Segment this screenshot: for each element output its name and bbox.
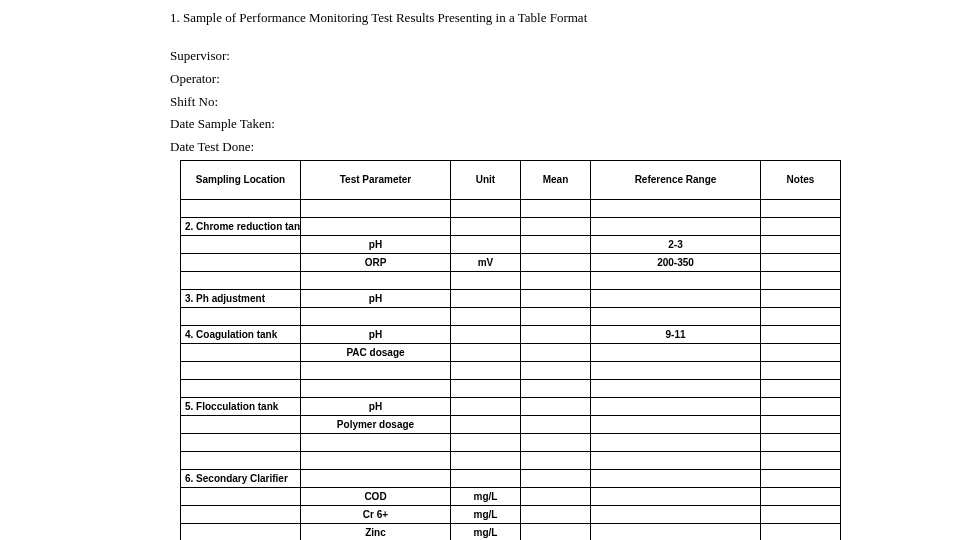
cell-loc xyxy=(181,487,301,505)
cell-param xyxy=(301,307,451,325)
table-row xyxy=(181,271,841,289)
cell-ref xyxy=(591,397,761,415)
cell-param: Zinc xyxy=(301,523,451,540)
col-reference-range: Reference Range xyxy=(591,160,761,199)
table-row: 6. Secondary Clarifier xyxy=(181,469,841,487)
cell-notes xyxy=(761,199,841,217)
table-row: Zincmg/L xyxy=(181,523,841,540)
table-row: 2. Chrome reduction tank xyxy=(181,217,841,235)
col-notes: Notes xyxy=(761,160,841,199)
cell-mean xyxy=(521,433,591,451)
cell-mean xyxy=(521,199,591,217)
cell-notes xyxy=(761,217,841,235)
cell-mean xyxy=(521,451,591,469)
results-table: Sampling Location Test Parameter Unit Me… xyxy=(180,160,841,540)
cell-ref xyxy=(591,379,761,397)
cell-loc xyxy=(181,235,301,253)
meta-supervisor: Supervisor: xyxy=(170,46,960,67)
cell-mean xyxy=(521,253,591,271)
cell-unit xyxy=(451,397,521,415)
table-row xyxy=(181,379,841,397)
cell-mean xyxy=(521,505,591,523)
cell-param: pH xyxy=(301,325,451,343)
meta-operator: Operator: xyxy=(170,69,960,90)
cell-ref xyxy=(591,469,761,487)
table-header-row: Sampling Location Test Parameter Unit Me… xyxy=(181,160,841,199)
cell-notes xyxy=(761,469,841,487)
cell-mean xyxy=(521,271,591,289)
cell-unit xyxy=(451,415,521,433)
cell-loc xyxy=(181,505,301,523)
cell-mean xyxy=(521,217,591,235)
table-body: 2. Chrome reduction tankpH2-3ORPmV200-35… xyxy=(181,199,841,540)
cell-notes xyxy=(761,325,841,343)
cell-mean xyxy=(521,235,591,253)
cell-ref xyxy=(591,505,761,523)
cell-loc: 5. Flocculation tank xyxy=(181,397,301,415)
cell-loc xyxy=(181,307,301,325)
cell-notes xyxy=(761,235,841,253)
cell-notes xyxy=(761,343,841,361)
cell-notes xyxy=(761,379,841,397)
cell-loc xyxy=(181,451,301,469)
cell-mean xyxy=(521,415,591,433)
cell-param: COD xyxy=(301,487,451,505)
cell-ref xyxy=(591,271,761,289)
cell-unit xyxy=(451,199,521,217)
cell-ref xyxy=(591,289,761,307)
table-row xyxy=(181,451,841,469)
cell-unit: mg/L xyxy=(451,523,521,540)
cell-loc: 6. Secondary Clarifier xyxy=(181,469,301,487)
cell-loc xyxy=(181,253,301,271)
cell-param: pH xyxy=(301,397,451,415)
cell-param xyxy=(301,217,451,235)
cell-ref xyxy=(591,433,761,451)
cell-mean xyxy=(521,307,591,325)
cell-param xyxy=(301,361,451,379)
col-mean: Mean xyxy=(521,160,591,199)
cell-mean xyxy=(521,523,591,540)
cell-unit xyxy=(451,379,521,397)
cell-ref: 200-350 xyxy=(591,253,761,271)
cell-unit xyxy=(451,469,521,487)
cell-unit xyxy=(451,289,521,307)
cell-param: pH xyxy=(301,235,451,253)
table-row: Cr 6+mg/L xyxy=(181,505,841,523)
cell-ref xyxy=(591,217,761,235)
cell-notes xyxy=(761,397,841,415)
cell-mean xyxy=(521,361,591,379)
table-row: ORPmV200-350 xyxy=(181,253,841,271)
cell-unit: mg/L xyxy=(451,487,521,505)
cell-unit xyxy=(451,307,521,325)
col-test-parameter: Test Parameter xyxy=(301,160,451,199)
cell-notes xyxy=(761,307,841,325)
cell-unit xyxy=(451,433,521,451)
cell-param: Polymer dosage xyxy=(301,415,451,433)
cell-loc xyxy=(181,379,301,397)
table-row: PAC dosage xyxy=(181,343,841,361)
cell-notes xyxy=(761,505,841,523)
cell-loc xyxy=(181,271,301,289)
table-row xyxy=(181,307,841,325)
cell-mean xyxy=(521,487,591,505)
cell-param: ORP xyxy=(301,253,451,271)
meta-date-done: Date Test Done: xyxy=(170,137,960,158)
cell-unit xyxy=(451,343,521,361)
cell-mean xyxy=(521,397,591,415)
cell-unit xyxy=(451,325,521,343)
cell-notes xyxy=(761,433,841,451)
cell-param xyxy=(301,199,451,217)
table-row xyxy=(181,361,841,379)
cell-loc xyxy=(181,343,301,361)
cell-param xyxy=(301,451,451,469)
cell-loc: 2. Chrome reduction tank xyxy=(181,217,301,235)
cell-param: Cr 6+ xyxy=(301,505,451,523)
cell-param xyxy=(301,271,451,289)
cell-ref xyxy=(591,361,761,379)
cell-param: pH xyxy=(301,289,451,307)
cell-notes xyxy=(761,451,841,469)
table-row xyxy=(181,199,841,217)
table-row: 5. Flocculation tankpH xyxy=(181,397,841,415)
cell-ref xyxy=(591,523,761,540)
cell-param: PAC dosage xyxy=(301,343,451,361)
